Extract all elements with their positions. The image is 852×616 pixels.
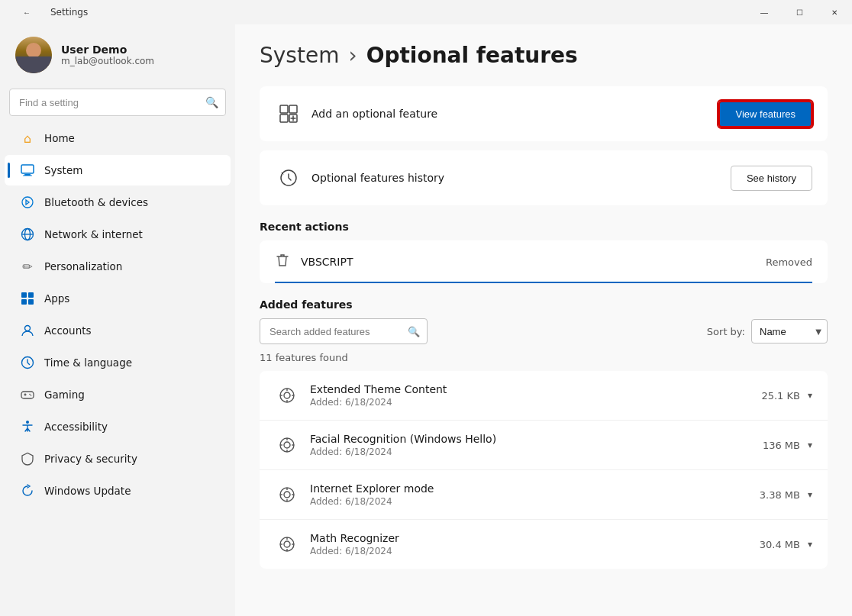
nav-label-apps: Apps <box>44 292 69 305</box>
user-profile[interactable]: User Demo m_lab@outlook.com <box>0 24 235 85</box>
breadcrumb-parent: System <box>260 43 339 68</box>
feature-size-0: 25.1 KB <box>761 390 800 402</box>
nav-item-accounts[interactable]: Accounts <box>5 315 231 346</box>
add-feature-label: Add an optional feature <box>311 108 718 120</box>
feature-item-1: Facial Recognition (Windows Hello) Added… <box>260 421 828 470</box>
feature-expand-1[interactable]: ▾ <box>808 440 812 450</box>
svg-rect-7 <box>21 292 27 298</box>
feature-info-1: Facial Recognition (Windows Hello) Added… <box>310 433 763 457</box>
add-feature-card: Add an optional feature View features <box>260 86 828 141</box>
feature-info-3: Math Recognizer Added: 6/18/2024 <box>310 532 760 556</box>
svg-rect-19 <box>280 105 288 113</box>
nav-item-accessibility[interactable]: Accessibility <box>5 411 231 442</box>
feature-date-1: Added: 6/18/2024 <box>310 447 763 457</box>
close-button[interactable]: ✕ <box>817 0 852 24</box>
sort-controls: Sort by: Name Size Date ▼ <box>707 319 828 343</box>
feature-icon-0 <box>275 383 299 408</box>
recent-actions-title: Recent actions <box>260 221 828 233</box>
apps-icon <box>20 291 35 306</box>
home-icon: ⌂ <box>20 131 35 146</box>
svg-rect-2 <box>23 176 32 176</box>
personalization-icon: ✏ <box>20 259 35 274</box>
nav-item-privacy[interactable]: Privacy & security <box>5 443 231 474</box>
svg-point-27 <box>284 392 290 398</box>
feature-item-0: Extended Theme Content Added: 6/18/2024 … <box>260 371 828 421</box>
added-features-header: 🔍 Sort by: Name Size Date ▼ <box>260 318 828 344</box>
maximize-button[interactable]: ☐ <box>782 0 817 24</box>
nav-label-accounts: Accounts <box>44 324 92 337</box>
back-button[interactable]: ← <box>9 0 44 24</box>
titlebar: ← Settings — ☐ ✕ <box>0 0 852 24</box>
feature-size-3: 30.4 MB <box>760 539 800 550</box>
features-count: 11 features found <box>260 352 828 363</box>
sort-select-wrap: Name Size Date ▼ <box>751 319 828 343</box>
accounts-icon <box>20 323 35 338</box>
nav-item-system[interactable]: System <box>5 155 231 185</box>
main-content: System › Optional features Add an optio <box>235 24 852 616</box>
svg-point-16 <box>29 394 31 395</box>
trash-icon <box>275 253 290 271</box>
feature-expand-3[interactable]: ▾ <box>808 539 812 550</box>
search-icon: 🔍 <box>205 96 218 108</box>
feature-item-3: Math Recognizer Added: 6/18/2024 30.4 MB… <box>260 520 828 569</box>
page-header: System › Optional features <box>260 43 828 68</box>
svg-rect-21 <box>280 114 288 122</box>
app-body: User Demo m_lab@outlook.com 🔍 ⌂ Home Sys… <box>0 24 852 616</box>
feature-icon-3 <box>275 532 299 556</box>
recent-item-status: Removed <box>766 256 812 268</box>
svg-point-11 <box>25 326 31 331</box>
user-name: User Demo <box>61 44 154 56</box>
bluetooth-icon <box>20 195 35 210</box>
svg-point-33 <box>284 442 290 448</box>
view-features-button[interactable]: View features <box>718 101 812 127</box>
nav-item-network[interactable]: Network & internet <box>5 219 231 250</box>
accessibility-icon <box>20 419 35 434</box>
avatar <box>15 37 52 73</box>
feature-name-1: Facial Recognition (Windows Hello) <box>310 433 763 445</box>
sort-select[interactable]: Name Size Date <box>751 319 828 343</box>
nav-item-update[interactable]: Windows Update <box>5 476 231 506</box>
feature-expand-0[interactable]: ▾ <box>808 390 812 401</box>
sidebar: User Demo m_lab@outlook.com 🔍 ⌂ Home Sys… <box>0 24 235 616</box>
feature-size-1: 136 MB <box>763 440 800 451</box>
user-info: User Demo m_lab@outlook.com <box>61 44 154 66</box>
search-box: 🔍 <box>9 89 226 116</box>
recent-actions-card: VBSCRIPT Removed <box>260 240 828 283</box>
feature-info-2: Internet Explorer mode Added: 6/18/2024 <box>310 482 760 507</box>
history-label: Optional features history <box>311 172 731 184</box>
nav-label-network: Network & internet <box>44 228 143 240</box>
added-features-title: Added features <box>260 298 828 311</box>
feature-name-2: Internet Explorer mode <box>310 482 760 495</box>
search-added-input[interactable] <box>260 318 428 344</box>
nav-label-gaming: Gaming <box>44 389 85 401</box>
nav-item-home[interactable]: ⌂ Home <box>5 123 231 153</box>
nav-item-apps[interactable]: Apps <box>5 283 231 314</box>
network-icon <box>20 227 35 242</box>
svg-rect-13 <box>21 392 34 398</box>
search-added-icon: 🔍 <box>408 326 420 337</box>
nav-item-bluetooth[interactable]: Bluetooth & devices <box>5 187 231 218</box>
svg-rect-10 <box>28 299 34 305</box>
history-card: Optional features history See history <box>260 150 828 205</box>
feature-name-3: Math Recognizer <box>310 532 760 544</box>
feature-name-0: Extended Theme Content <box>310 383 761 395</box>
add-feature-icon <box>275 100 302 127</box>
breadcrumb-current: Optional features <box>366 43 578 68</box>
feature-expand-2[interactable]: ▾ <box>808 489 812 500</box>
feature-item-2: Internet Explorer mode Added: 6/18/2024 … <box>260 470 828 520</box>
svg-rect-8 <box>28 292 34 298</box>
recent-item: VBSCRIPT Removed <box>260 240 828 283</box>
nav-label-home: Home <box>44 132 75 144</box>
nav-item-time[interactable]: Time & language <box>5 347 231 378</box>
nav-label-system: System <box>44 164 82 176</box>
search-input[interactable] <box>9 89 226 116</box>
svg-point-18 <box>26 421 29 424</box>
system-icon <box>20 163 35 178</box>
see-history-button[interactable]: See history <box>731 166 812 191</box>
svg-point-45 <box>284 541 290 547</box>
feature-date-2: Added: 6/18/2024 <box>310 496 760 507</box>
nav-item-personalization[interactable]: ✏ Personalization <box>5 251 231 282</box>
nav-item-gaming[interactable]: Gaming <box>5 379 231 410</box>
minimize-button[interactable]: — <box>747 0 782 24</box>
feature-icon-1 <box>275 433 299 457</box>
